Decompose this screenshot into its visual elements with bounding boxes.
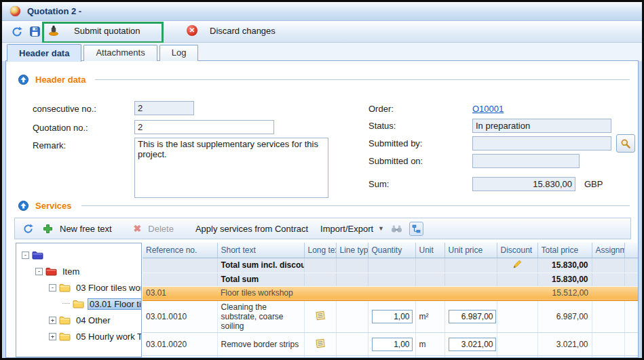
refresh-icon[interactable] (23, 224, 33, 234)
discount-edit-icon[interactable] (512, 262, 522, 271)
save-icon[interactable] (30, 26, 41, 37)
column-header-total-price[interactable]: Total price (537, 243, 592, 258)
section-title: Header data (35, 75, 86, 85)
submit-quotation-button[interactable]: Submit quotation (48, 25, 140, 36)
collapse-expander-icon[interactable]: - (35, 268, 43, 275)
services-section-header: Services (18, 201, 630, 211)
import-export-dropdown[interactable]: Import/Export ▼ (320, 224, 384, 234)
unit-price-input[interactable] (449, 310, 496, 323)
section-collapse-icon[interactable] (18, 75, 29, 85)
column-header-discount[interactable]: Discount (497, 243, 537, 258)
yellow-folder-icon (73, 300, 84, 308)
tree-view-toggle-button[interactable] (409, 222, 423, 236)
tree-node-root[interactable]: - (16, 247, 141, 263)
cell-filler (624, 300, 638, 333)
new-free-text-label: New free text (60, 224, 112, 234)
collapse-expander-icon[interactable]: - (49, 284, 56, 292)
expand-expander-icon[interactable]: + (49, 333, 56, 340)
table-row[interactable]: 03.01.0010Cleaning the substrate, coarse… (143, 300, 638, 333)
section-title: Services (35, 201, 72, 211)
cell-total-price: 6.987,00 (537, 300, 592, 333)
quotation-no-field[interactable] (134, 120, 274, 134)
add-icon (43, 224, 53, 234)
tab-log[interactable]: Log (159, 45, 199, 61)
binoculars-icon[interactable] (391, 224, 402, 233)
column-header-short-text[interactable]: Short text (217, 243, 304, 258)
sum-field[interactable] (472, 177, 575, 191)
quantity-input[interactable] (372, 338, 413, 351)
column-header-assignment[interactable]: Assignment (592, 243, 624, 258)
cell-line-type (336, 333, 368, 356)
remark-label: Remark: (33, 140, 66, 151)
delete-button[interactable]: ✖ Delete (134, 224, 174, 234)
submitted-on-label: Submitted on: (368, 156, 423, 166)
column-header-unit[interactable]: Unit (415, 243, 444, 258)
column-header-line-type[interactable]: Line type (336, 243, 368, 258)
cell-assignment (592, 300, 624, 333)
order-label: Order: (368, 104, 394, 114)
table-row[interactable]: Total sum incl. discount15.830,00 (143, 258, 638, 273)
quantity-input[interactable] (372, 310, 413, 323)
cell-short-text: Floor tiles workshop (217, 286, 304, 300)
search-button[interactable] (616, 134, 635, 153)
long-text-icon[interactable] (316, 313, 325, 323)
tree-node-05-hourly-work-ti[interactable]: +05 Hourly work Ti (16, 328, 141, 344)
order-link[interactable]: O10001 (472, 104, 504, 114)
unit-price-input[interactable] (449, 338, 496, 351)
cell-line-type (336, 286, 368, 300)
cell-filler (624, 333, 638, 356)
cell-assignment (592, 356, 624, 358)
cell-unit-price (444, 286, 497, 300)
consecutive-no-field[interactable] (134, 101, 194, 115)
cell-reference-no (143, 258, 217, 273)
cell-discount (497, 300, 537, 333)
table-row[interactable]: 03.01.0030Floor tiles in stoneware, thin… (143, 356, 638, 358)
table-row[interactable]: 03.01Floor tiles workshop15.512,00 (143, 286, 638, 300)
tree-node-label: Item (60, 266, 81, 277)
search-icon (620, 138, 631, 149)
expand-expander-icon[interactable]: + (49, 317, 56, 324)
discard-changes-button[interactable]: ✕ Discard changes (187, 25, 276, 36)
sum-label: Sum: (368, 179, 389, 189)
tree-node-03-floor-tiles-work[interactable]: -03 Floor tiles work (16, 279, 141, 296)
cell-quantity (368, 333, 415, 356)
tree-node-item[interactable]: -Item (16, 263, 141, 279)
column-header-reference-no-[interactable]: Reference no. (143, 243, 217, 258)
collapse-expander-icon[interactable]: - (22, 252, 29, 259)
services-grid: Reference no.Short textLong textLine typ… (143, 243, 638, 357)
cell-unit: m² (415, 300, 444, 333)
table-row[interactable]: Total sum15.830,00 (143, 273, 638, 286)
column-header-long-text[interactable]: Long text (304, 243, 336, 258)
tree-view-icon (412, 224, 421, 233)
refresh-icon[interactable] (12, 26, 22, 37)
tree-node-03-01-floor-til[interactable]: 03.01 Floor til (16, 296, 141, 312)
new-free-text-button[interactable]: New free text (43, 224, 112, 234)
submitted-on-field[interactable] (472, 154, 580, 168)
table-row[interactable]: 03.01.0020Remove border stripsm3.021,00 (143, 333, 638, 356)
blue-folder-icon (32, 251, 43, 260)
section-collapse-icon[interactable] (18, 201, 29, 211)
cell-assignment (592, 273, 624, 286)
tree-node-04-other[interactable]: +04 Other (16, 312, 141, 328)
cell-long-text (304, 356, 336, 358)
column-header-quantity[interactable]: Quantity (368, 243, 415, 258)
cell-short-text: Remove border strips (217, 333, 304, 356)
tree-connector (62, 303, 70, 304)
tab-attachments[interactable]: Attachments (83, 45, 157, 61)
cell-discount (497, 356, 537, 358)
cell-filler (624, 286, 638, 300)
apply-services-button[interactable]: Apply services from Contract (195, 224, 308, 234)
submitted-by-field[interactable] (472, 136, 611, 151)
column-header-unit-price[interactable]: Unit price (444, 243, 497, 258)
cell-short-text: Cleaning the substrate, coarse soiling (217, 300, 304, 333)
cell-line-type (336, 258, 368, 273)
window-title: Quotation 2 - (27, 6, 81, 16)
cell-unit: m (415, 333, 444, 356)
services-tree: --Item-03 Floor tiles work03.01 Floor ti… (16, 243, 142, 357)
cell-assignment (592, 286, 624, 300)
cell-short-text: Total sum incl. discount (217, 258, 304, 273)
status-field[interactable] (472, 119, 611, 133)
tab-header-data[interactable]: Header data (7, 44, 81, 62)
long-text-icon[interactable] (316, 341, 325, 351)
remark-field[interactable]: This is the last supplementary services … (134, 138, 328, 198)
